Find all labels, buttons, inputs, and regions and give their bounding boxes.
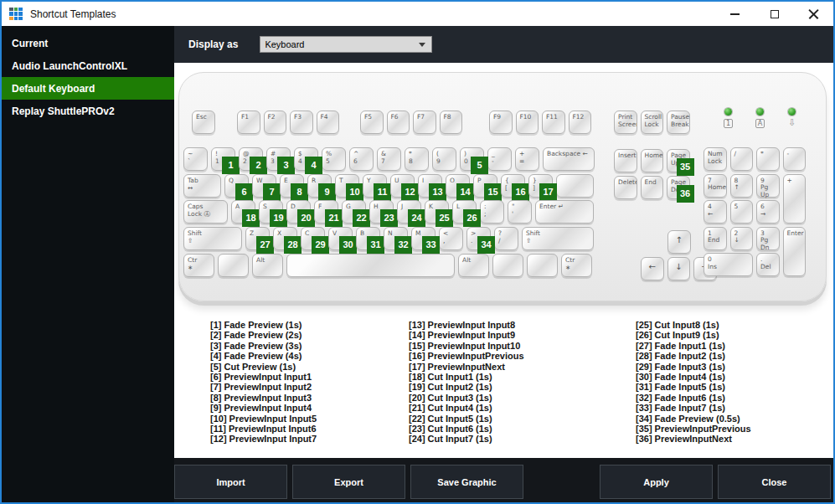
key-print-screen: Print Screen: [614, 111, 637, 134]
key-label: F12: [570, 111, 591, 121]
shortcut-badge-16: 16: [512, 183, 529, 201]
key-f8: F8: [440, 111, 463, 134]
key-blank: +: [783, 174, 807, 224]
key-blank: " ': [508, 200, 532, 224]
key-caps-lock: Caps Lock Ⓐ: [183, 200, 228, 224]
key-shift: Shift ⇧: [183, 227, 242, 250]
key-group: F5F6F7F8: [360, 111, 466, 134]
footer-left-buttons: ImportExportSave Graphic: [174, 465, 523, 499]
maximize-button[interactable]: [755, 2, 794, 26]
key-0-ins: 0 Ins: [704, 253, 753, 276]
close-button[interactable]: Close: [718, 465, 831, 499]
key-label: . Del: [757, 254, 779, 270]
key-label: Ctr ∗: [184, 255, 214, 271]
key-k: K25: [425, 200, 449, 224]
num-lock-led: 1: [718, 108, 739, 128]
import-button[interactable]: Import: [174, 465, 287, 499]
key-label: & 7: [378, 148, 400, 165]
key-label: End: [642, 177, 663, 187]
key-7: & 7: [377, 147, 401, 171]
key-label: ? /: [495, 228, 518, 244]
key-label: _ -: [488, 148, 511, 165]
key-blank: ←: [641, 257, 664, 280]
key-f6: F6: [387, 111, 410, 134]
app-icon-square: [14, 17, 18, 21]
footer-right-buttons: ApplyClose: [600, 465, 831, 499]
apply-button[interactable]: Apply: [600, 465, 713, 499]
legend-column-2: [13] PreviewInput Input8[14] PreviewInpu…: [409, 320, 601, 445]
key-blank: _ -: [487, 147, 512, 171]
app-icon-square: [18, 12, 23, 16]
key-label: Insert: [615, 150, 637, 160]
sidebar-item-audio-launchcontrolxl[interactable]: Audio LaunchControlXL: [2, 54, 174, 77]
key-row: ~ `! 11@ 22# 33$ 44% 5^ 6& 7* 8( 9) 05_ …: [183, 147, 598, 171]
key-i: I13: [418, 174, 442, 198]
key-label: F6: [388, 111, 410, 121]
key-enter: Enter ↵: [535, 200, 594, 224]
key-blank: -: [783, 147, 807, 171]
legend-entry: [21] Cut Input4 (1s): [409, 403, 601, 413]
key-z: Z27: [245, 227, 270, 250]
key-blank: [218, 254, 249, 277]
sidebar-item-default-keyboard[interactable]: Default Keyboard: [2, 77, 174, 100]
key-label: 8 ↑: [731, 175, 753, 192]
legend-entry: [9] PreviewInput Input4: [210, 403, 403, 413]
shortcut-badge-25: 25: [436, 209, 453, 227]
key-shift: Shift ⇧: [522, 227, 594, 250]
key-7-home: 7 Home: [704, 174, 727, 198]
key-blank: *: [756, 147, 780, 171]
legend-entry: [23] Cut Input6 (1s): [409, 424, 601, 434]
legend-column-3: [25] Cut Input8 (1s)[26] Cut Input9 (1s)…: [636, 320, 828, 445]
key-4: $ 44: [294, 147, 318, 171]
led-light: [756, 108, 764, 116]
sidebar-item-current[interactable]: Current: [2, 32, 174, 54]
shortcut-badge-24: 24: [408, 209, 425, 227]
key-blank: > .34: [466, 227, 491, 250]
key-label: F8: [441, 111, 462, 121]
display-as-dropdown[interactable]: Keyboard: [260, 36, 432, 53]
key-p: P15: [473, 174, 497, 198]
shortcut-badge-9: 9: [318, 183, 336, 201]
close-button[interactable]: [794, 2, 833, 26]
minimize-button[interactable]: [715, 2, 755, 26]
minimize-icon: [730, 13, 740, 15]
key-group: Esc: [192, 111, 219, 134]
legend-entry: [18] Cut Input1 (1s): [409, 372, 601, 382]
legend-entry: [4] Fade Preview (4s): [210, 351, 403, 361]
key-row: Shift ⇧Z27X28C29V30B31N32M33< ,> .34? /S…: [183, 227, 597, 250]
shortcut-badge-3: 3: [277, 157, 295, 174]
legend-entry: [36] PreviewInputNext: [636, 434, 828, 444]
export-button[interactable]: Export: [292, 465, 405, 499]
key-b: B31: [356, 227, 380, 250]
key-a: A18: [231, 200, 255, 224]
legend-entry: [1] Fade Preview (1s): [210, 320, 403, 330]
key-u: U12: [390, 174, 415, 198]
shortcut-badge-23: 23: [380, 209, 398, 227]
key-8: 8 ↑: [730, 174, 754, 198]
legend-entry: [30] Fade Input4 (1s): [636, 372, 828, 382]
legend-entry: [31] Fade Input5 (1s): [636, 382, 828, 392]
template-list-sidebar: CurrentAudio LaunchControlXLDefault Keyb…: [2, 26, 174, 502]
key-alt: Alt: [252, 254, 283, 277]
key-label: * 8: [405, 148, 428, 165]
shortcut-badge-28: 28: [284, 236, 302, 254]
key-blank: : ;: [480, 200, 504, 224]
keyboard-preview-area: EscF1F2F3F4F5F6F7F8F9F10F11F12~ `! 11@ 2…: [174, 63, 833, 458]
key-ctr: Ctr ∗: [183, 254, 214, 277]
key-label: Enter: [784, 228, 806, 238]
key-enter: Enter: [783, 227, 807, 277]
legend-entry: [22] Cut Input5 (1s): [409, 414, 601, 424]
shortcut-badge-13: 13: [429, 183, 446, 201]
key-5: % 5: [322, 147, 346, 171]
save-graphic-button[interactable]: Save Graphic: [410, 465, 523, 499]
sidebar-item-replay-shuttleprov2[interactable]: Replay ShuttlePROv2: [2, 100, 174, 122]
key-f4: F4: [317, 111, 340, 134]
display-as-label: Display as: [188, 39, 238, 50]
key-label: ( 9: [433, 148, 456, 165]
key-page-down: Page Down36: [667, 176, 690, 199]
key-label: 3 Pg Dn: [757, 228, 779, 252]
legend-entry: [28] Fade Input2 (1s): [636, 351, 828, 361]
app-icon-square: [18, 17, 23, 21]
key-label: Pause Break: [667, 111, 689, 128]
key-o: O14: [446, 174, 470, 198]
